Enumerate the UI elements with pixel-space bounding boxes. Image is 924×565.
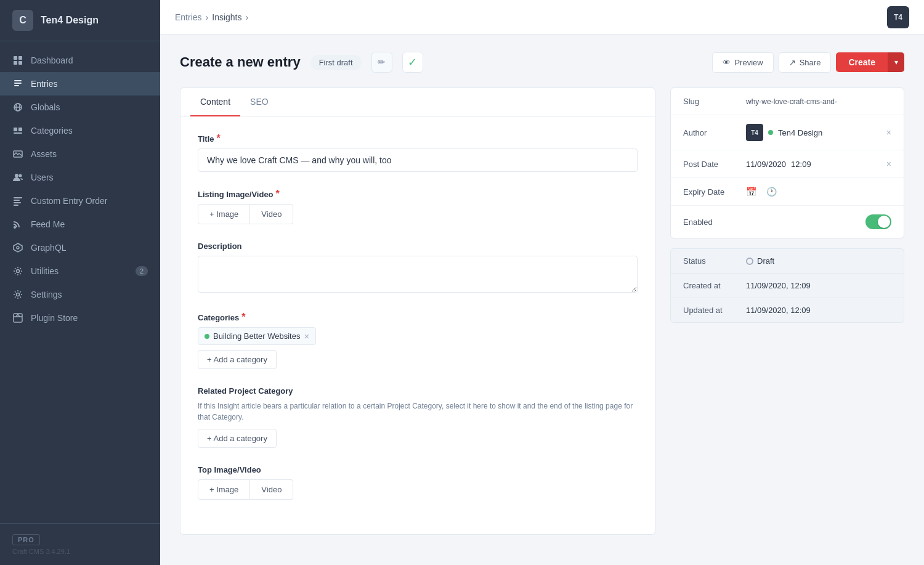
- post-date-remove[interactable]: ×: [886, 159, 891, 169]
- add-category-button[interactable]: + Add a category: [198, 350, 277, 369]
- sidebar-header: C Ten4 Design: [0, 0, 160, 41]
- category-remove[interactable]: ×: [304, 331, 309, 341]
- title-required: *: [217, 134, 221, 144]
- check-icon: ✓: [408, 55, 417, 69]
- sidebar-item-categories[interactable]: Categories: [0, 119, 160, 142]
- sidebar-nav: Dashboard Entries Globals Categories: [0, 41, 160, 523]
- entry-header: Create a new entry First draft ✏ ✓ 👁 Pre…: [180, 52, 904, 73]
- graphql-icon: [12, 242, 23, 253]
- listing-image-button[interactable]: + Image: [198, 204, 250, 224]
- related-project-description: If this Insight article bears a particul…: [198, 400, 638, 423]
- header-actions: 👁 Preview ↗ Share Create ▾: [712, 52, 904, 73]
- breadcrumb-entries[interactable]: Entries: [175, 12, 202, 22]
- custom-entry-order-icon: [12, 195, 23, 206]
- post-date-value: 11/09/2020 12:09: [746, 160, 879, 169]
- create-dropdown-button[interactable]: ▾: [888, 52, 904, 72]
- sidebar-item-dashboard[interactable]: Dashboard: [0, 49, 160, 72]
- sidebar-label-entries: Entries: [31, 79, 58, 89]
- top-image-button[interactable]: + Image: [198, 479, 250, 500]
- utilities-icon: [12, 266, 23, 277]
- sidebar-item-utilities[interactable]: Utilities 2: [0, 259, 160, 283]
- tab-content[interactable]: Content: [190, 88, 240, 116]
- sidebar-item-settings[interactable]: Settings: [0, 283, 160, 306]
- breadcrumb-insights[interactable]: Insights: [212, 12, 241, 22]
- status-pill[interactable]: First draft: [310, 55, 362, 70]
- svg-rect-16: [14, 202, 21, 203]
- svg-point-21: [17, 270, 20, 273]
- enabled-row: Enabled: [671, 206, 904, 238]
- enabled-toggle[interactable]: [865, 214, 891, 229]
- sidebar-label-globals: Globals: [31, 102, 60, 112]
- category-tag: Building Better Websites ×: [198, 327, 316, 345]
- right-panel: Slug why-we-love-craft-cms-and- Author T…: [670, 87, 904, 323]
- svg-rect-17: [14, 205, 18, 206]
- svg-point-13: [19, 174, 22, 177]
- chevron-down-icon: ▾: [894, 58, 898, 67]
- calendar-icon[interactable]: 📅: [746, 187, 756, 197]
- breadcrumb: Entries › Insights ›: [175, 12, 248, 22]
- add-related-category-button[interactable]: + Add a category: [198, 429, 277, 448]
- svg-point-18: [14, 226, 16, 229]
- listing-media-buttons: + Image Video: [198, 204, 638, 224]
- sidebar-label-dashboard: Dashboard: [31, 55, 73, 65]
- author-label: Author: [683, 128, 739, 137]
- title-input[interactable]: [198, 148, 638, 172]
- content-area: Create a new entry First draft ✏ ✓ 👁 Pre…: [160, 35, 924, 565]
- slug-label: Slug: [683, 97, 739, 106]
- edit-icon-btn[interactable]: ✏: [371, 52, 392, 73]
- plugin-store-icon: [12, 312, 23, 323]
- sidebar-item-assets[interactable]: Assets: [0, 142, 160, 166]
- description-input[interactable]: [198, 256, 638, 293]
- dashboard-icon: [12, 55, 23, 66]
- author-remove[interactable]: ×: [886, 128, 891, 137]
- sidebar-item-feed-me[interactable]: Feed Me: [0, 213, 160, 236]
- slug-row: Slug why-we-love-craft-cms-and-: [671, 88, 904, 115]
- tab-seo[interactable]: SEO: [240, 88, 278, 116]
- sidebar-item-globals[interactable]: Globals: [0, 96, 160, 119]
- sidebar-item-entries[interactable]: Entries: [0, 72, 160, 96]
- categories-required: *: [241, 312, 245, 322]
- sidebar-item-users[interactable]: Users: [0, 166, 160, 189]
- entries-icon: [12, 78, 23, 89]
- svg-marker-19: [14, 243, 22, 252]
- title-field: Title *: [198, 134, 638, 172]
- created-value: 11/09/2020, 12:09: [746, 281, 811, 290]
- top-video-button[interactable]: Video: [250, 479, 293, 500]
- utilities-badge: 2: [136, 266, 148, 276]
- title-label: Title *: [198, 134, 638, 144]
- assets-icon: [12, 148, 23, 160]
- categories-field: Categories * Building Better Websites × …: [198, 312, 638, 369]
- create-button[interactable]: Create: [836, 52, 888, 72]
- main-area: Entries › Insights › T4 Create a new ent…: [160, 0, 924, 565]
- app-title: Ten4 Design: [41, 15, 99, 26]
- svg-rect-15: [14, 200, 20, 201]
- page-title: Create a new entry: [180, 54, 301, 70]
- sidebar-item-custom-entry-order[interactable]: Custom Entry Order: [0, 189, 160, 213]
- feed-me-icon: [12, 219, 23, 230]
- share-button[interactable]: ↗ Share: [779, 52, 832, 73]
- sidebar-item-graphql[interactable]: GraphQL: [0, 236, 160, 259]
- svg-rect-6: [14, 85, 19, 86]
- form-tabs: Content SEO: [180, 88, 655, 116]
- enabled-toggle-wrap: [865, 214, 891, 229]
- expiry-date-value: 📅 🕐: [746, 187, 891, 197]
- user-avatar[interactable]: T4: [887, 6, 909, 28]
- check-icon-btn[interactable]: ✓: [402, 52, 423, 73]
- listing-video-button[interactable]: Video: [250, 204, 293, 224]
- preview-button[interactable]: 👁 Preview: [712, 52, 773, 73]
- description-label: Description: [198, 242, 638, 251]
- svg-point-20: [17, 246, 19, 249]
- top-media-field: Top Image/Video + Image Video: [198, 465, 638, 500]
- related-project-field: Related Project Category If this Insight…: [198, 386, 638, 448]
- sidebar-label-assets: Assets: [31, 149, 57, 159]
- sidebar-label-categories: Categories: [31, 126, 73, 136]
- sidebar-item-plugin-store[interactable]: Plugin Store: [0, 306, 160, 330]
- svg-rect-14: [14, 197, 22, 198]
- toggle-thumb: [878, 216, 890, 228]
- listing-media-field: Listing Image/Video * + Image Video: [198, 189, 638, 224]
- sidebar-label-graphql: GraphQL: [31, 243, 67, 253]
- clock-icon[interactable]: 🕐: [766, 187, 777, 197]
- craft-version: Craft CMS 3.4.29.1: [12, 548, 148, 555]
- listing-media-label: Listing Image/Video *: [198, 189, 638, 199]
- related-project-label: Related Project Category: [198, 386, 638, 396]
